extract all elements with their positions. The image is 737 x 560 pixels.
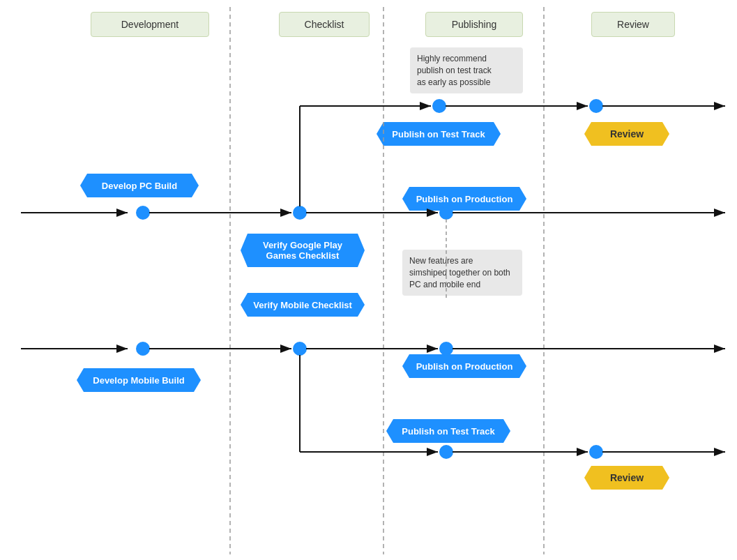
node-bottom-1 — [137, 342, 149, 355]
node-top-2 — [294, 206, 306, 219]
node-bottom-test-track — [440, 446, 453, 458]
node-top-1 — [137, 206, 149, 219]
node-bottom-3 — [440, 342, 453, 355]
node-top-test-track — [433, 100, 446, 112]
diagram-container: Development Checklist Publishing Review … — [0, 0, 737, 560]
node-top-3 — [440, 206, 453, 219]
diagram-svg — [0, 0, 737, 560]
node-top-review — [590, 100, 602, 112]
node-bottom-review — [590, 446, 602, 458]
node-bottom-2 — [294, 342, 306, 355]
